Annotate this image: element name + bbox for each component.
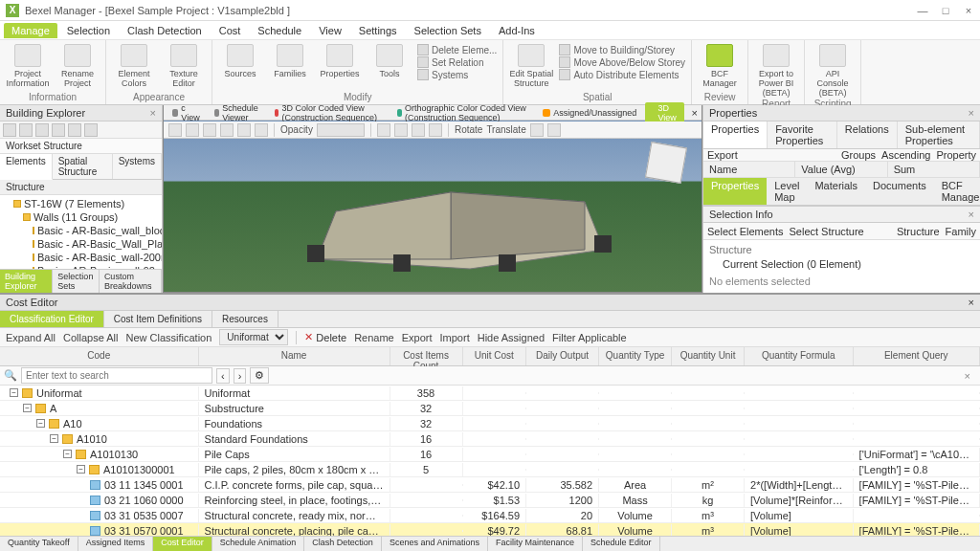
rename-button[interactable]: Rename	[354, 332, 394, 343]
groups-toggle[interactable]: Groups	[841, 149, 876, 161]
close-panel-icon[interactable]: ×	[969, 209, 974, 220]
cost-row[interactable]: 03 31 0535 0007 Structural concrete, rea…	[0, 508, 980, 523]
tool-icon[interactable]	[84, 123, 98, 137]
maximize-button[interactable]: □	[940, 5, 951, 16]
cost-row[interactable]: −Uniformat Uniformat 358	[0, 386, 980, 401]
delete-button[interactable]: ✕ Delete	[304, 331, 346, 343]
cost-row[interactable]: 03 11 1345 0001 C.I.P. concrete forms, p…	[0, 477, 980, 493]
selection-tab[interactable]: BCF Manager	[934, 178, 980, 205]
column-header[interactable]: Quantity Formula	[745, 347, 854, 365]
selection-tab[interactable]: Properties	[703, 178, 767, 205]
tool-icon[interactable]	[52, 123, 65, 137]
rotate-label[interactable]: Rotate	[455, 124, 482, 135]
footer-tab[interactable]: Schedule Editor	[583, 537, 660, 551]
cost-tab[interactable]: Resources	[212, 311, 278, 327]
menu-tab[interactable]: Schedule	[250, 23, 309, 38]
tool-icon[interactable]	[186, 123, 199, 137]
footer-tab[interactable]: Schedule Animation	[212, 537, 305, 551]
close-button[interactable]: ×	[963, 5, 974, 16]
column-header[interactable]: Quantity Unit	[672, 347, 745, 365]
tool-icon[interactable]	[68, 123, 81, 137]
view-tab[interactable]: Orthographic Color Coded View (Construct…	[392, 102, 534, 123]
menu-tab[interactable]: Selection	[59, 23, 118, 38]
menu-tab[interactable]: Add-Ins	[491, 23, 543, 38]
close-panel-icon[interactable]: ×	[150, 107, 156, 119]
cost-tab[interactable]: Classification Editor	[0, 311, 104, 327]
expand-icon[interactable]: −	[23, 404, 32, 412]
column-header[interactable]: Name	[199, 347, 390, 365]
cost-row[interactable]: −A Substructure 32	[0, 401, 980, 416]
search-next-button[interactable]: ›	[234, 368, 247, 384]
expand-icon[interactable]: −	[36, 419, 45, 428]
column-header[interactable]: Element Query	[854, 347, 980, 365]
tree-node[interactable]: Basic - AR-Basic_wall-200mm (6 Elements)	[2, 251, 160, 264]
expand-icon[interactable]: −	[50, 434, 58, 443]
close-view-icon[interactable]: ×	[692, 107, 698, 119]
menu-tab[interactable]: Selection Sets	[407, 23, 489, 38]
column-header[interactable]: Quantity Type	[599, 347, 672, 365]
footer-tab[interactable]: Facility Maintenance	[488, 537, 583, 551]
tool-icon[interactable]	[35, 123, 49, 137]
view-tab[interactable]: Schedule Viewer	[210, 102, 266, 123]
properties-tab[interactable]: Favorite Properties	[768, 121, 837, 148]
menu-tab[interactable]: Clash Detection	[120, 23, 210, 38]
explorer-bottom-tab[interactable]: Custom Breakdowns	[100, 270, 162, 293]
classification-select[interactable]: Uniformat	[219, 329, 288, 345]
cost-tab[interactable]: Cost Item Definitions	[104, 311, 212, 327]
ascending-toggle[interactable]: Ascending	[881, 149, 930, 161]
cost-row[interactable]: 03 21 1060 0000 Reinforcing steel, in pl…	[0, 493, 980, 508]
ribbon-button[interactable]: Properties	[318, 42, 362, 78]
ribbon-button[interactable]: Texture Editor	[162, 42, 206, 88]
tool-icon[interactable]	[547, 123, 561, 137]
cost-row[interactable]: −A1010130 Pile Caps 16 ['UniFormat'] = '…	[0, 447, 980, 462]
explorer-subtab[interactable]: Elements	[0, 154, 53, 180]
view-tab[interactable]: 3D Color Coded View (Construction Sequen…	[270, 102, 390, 123]
menu-tab[interactable]: Cost	[212, 23, 249, 38]
col-header[interactable]: Name	[703, 162, 795, 177]
close-panel-icon[interactable]: ×	[969, 107, 974, 119]
close-search-icon[interactable]: ×	[959, 370, 976, 382]
select-elements-button[interactable]: Select Elements	[707, 226, 783, 237]
tree-node[interactable]: ST-16W (7 Elements)	[2, 197, 160, 210]
tool-icon[interactable]	[429, 123, 442, 137]
properties-tab[interactable]: Properties	[703, 121, 768, 148]
expand-all-button[interactable]: Expand All	[6, 332, 56, 343]
footer-tab[interactable]: Clash Detection	[304, 537, 382, 551]
element-tree[interactable]: ST-16W (7 Elements)Walls (11 Groups)Basi…	[0, 195, 162, 269]
close-panel-icon[interactable]: ×	[969, 297, 974, 308]
ribbon-button[interactable]: Project Information	[6, 42, 50, 88]
minimize-button[interactable]: —	[917, 5, 928, 16]
select-structure-button[interactable]: Select Structure	[789, 226, 863, 237]
column-header[interactable]: Code	[0, 347, 199, 365]
column-header[interactable]: Cost Items Count	[390, 347, 463, 365]
menu-tab[interactable]: Manage	[4, 23, 57, 38]
property-dropdown[interactable]: Property	[936, 149, 976, 161]
explorer-subtab[interactable]: Systems	[113, 154, 162, 179]
selection-tab[interactable]: Level Map	[767, 178, 807, 205]
ribbon-small-button[interactable]: Set Relation	[417, 56, 497, 68]
tool-icon[interactable]	[203, 123, 216, 137]
tool-icon[interactable]	[237, 123, 251, 137]
opacity-slider[interactable]	[317, 123, 365, 137]
export-button[interactable]: Export	[402, 332, 433, 343]
new-classification-button[interactable]: New Classification	[125, 332, 212, 343]
ribbon-button[interactable]: BCF Manager	[698, 42, 742, 88]
tool-icon[interactable]	[530, 123, 544, 137]
view-tab[interactable]: 3D View	[645, 102, 683, 123]
menu-tab[interactable]: Settings	[351, 23, 405, 38]
3d-viewport[interactable]: c ViewSchedule Viewer3D Color Coded View…	[163, 105, 702, 293]
tool-icon[interactable]	[220, 123, 234, 137]
properties-tab[interactable]: Relations	[837, 121, 898, 148]
tool-icon[interactable]	[412, 123, 425, 137]
ribbon-small-button[interactable]: Move Above/Below Storey	[559, 56, 685, 68]
hide-assigned-button[interactable]: Hide Assigned	[478, 332, 545, 343]
col-header[interactable]: Sum	[888, 162, 980, 177]
cost-row[interactable]: −A10101300001 Pile caps, 2 piles, 80cm x…	[0, 462, 980, 477]
cost-row[interactable]: −A10 Foundations 32	[0, 416, 980, 431]
view-tab[interactable]: Assigned/Unassigned	[538, 107, 641, 119]
tree-node[interactable]: Walls (11 Groups)	[2, 210, 160, 224]
ribbon-button[interactable]: Tools	[368, 42, 412, 78]
ribbon-button[interactable]: Edit Spatial Structure	[509, 42, 553, 88]
explorer-bottom-tab[interactable]: Selection Sets	[53, 270, 100, 293]
tool-icon[interactable]	[394, 123, 408, 137]
